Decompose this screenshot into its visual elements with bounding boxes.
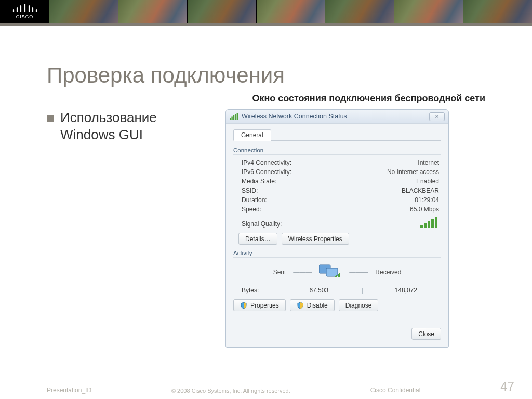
page-number: 47: [500, 379, 514, 394]
duration-value: 01:29:04: [415, 196, 439, 204]
bullet-icon: [47, 115, 54, 122]
sent-label: Sent: [273, 269, 286, 276]
slide-body: Проверка подключения Окно состояния подк…: [0, 26, 532, 399]
top-banner: CISCO: [0, 0, 532, 23]
shield-icon: [297, 302, 304, 309]
wireless-properties-button[interactable]: Wireless Properties: [282, 233, 349, 245]
monitors-icon: [319, 263, 342, 282]
bullet-text: Использование Windows GUI: [60, 109, 213, 143]
left-column: Использование Windows GUI: [47, 109, 213, 348]
disable-button[interactable]: Disable: [290, 299, 335, 311]
svg-rect-10: [233, 115, 234, 120]
ipv6-label: IPv6 Connectivity:: [242, 168, 291, 176]
svg-rect-7: [47, 115, 54, 122]
cisco-logo: CISCO: [0, 0, 49, 23]
slide-title: Проверка подключения: [47, 63, 490, 88]
ipv4-label: IPv4 Connectivity:: [242, 159, 291, 166]
svg-rect-17: [435, 217, 437, 228]
properties-button[interactable]: Properties: [233, 299, 286, 311]
section-activity: Activity: [233, 250, 441, 258]
dialog-title: Wireless Network Connection Status: [242, 113, 347, 120]
footer-left: Presentation_ID: [47, 387, 91, 394]
slide-footer: Presentation_ID © 2008 Cisco Systems, In…: [0, 379, 532, 394]
close-dialog-button[interactable]: Close: [411, 328, 441, 340]
dialog-titlebar[interactable]: Wireless Network Connection Status ✕: [226, 110, 448, 124]
svg-rect-14: [424, 223, 427, 228]
svg-rect-9: [231, 117, 232, 121]
bullet-item: Использование Windows GUI: [47, 109, 213, 143]
footer-copyright: © 2008 Cisco Systems, Inc. All rights re…: [171, 388, 290, 394]
ssid-value: BLACKBEAR: [402, 187, 439, 194]
svg-rect-15: [428, 221, 430, 228]
slide-subtitle: Окно состояния подключения беспроводной …: [47, 93, 485, 104]
media-label: Media State:: [242, 178, 276, 185]
bytes-received: 148,072: [373, 287, 440, 294]
bytes-label: Bytes:: [242, 287, 286, 294]
speed-label: Speed:: [242, 206, 261, 213]
duration-label: Duration:: [242, 196, 267, 204]
footer-confidential: Cisco Confidential: [370, 387, 421, 394]
svg-rect-22: [338, 274, 339, 277]
diagnose-button[interactable]: Diagnose: [339, 299, 379, 311]
speed-value: 65.0 Mbps: [410, 206, 439, 213]
right-column: Wireless Network Connection Status ✕ Gen…: [225, 109, 449, 348]
section-connection: Connection: [233, 147, 441, 155]
ipv6-value: No Internet access: [387, 168, 439, 176]
tab-strip: General: [233, 129, 441, 141]
svg-rect-8: [230, 118, 231, 120]
svg-rect-13: [420, 225, 423, 228]
media-value: Enabled: [416, 178, 439, 185]
svg-rect-11: [235, 114, 236, 121]
signal-bars-icon: [420, 216, 438, 228]
received-label: Received: [375, 269, 401, 276]
activity-diagram: Sent ——— ——— Received: [233, 263, 441, 282]
status-dialog: Wireless Network Connection Status ✕ Gen…: [225, 109, 449, 348]
shield-icon: [240, 302, 247, 309]
signal-label: Signal Quality:: [242, 220, 282, 228]
ipv4-value: Internet: [418, 159, 439, 166]
bytes-sent: 67,503: [286, 287, 352, 294]
svg-rect-12: [237, 113, 238, 120]
svg-rect-20: [335, 276, 336, 277]
details-button[interactable]: Details…: [238, 233, 277, 245]
ssid-label: SSID:: [242, 187, 258, 194]
banner-photos: [49, 0, 532, 23]
svg-rect-23: [339, 273, 340, 277]
svg-rect-21: [336, 275, 337, 277]
banner-separator: [0, 23, 532, 26]
tab-general[interactable]: General: [233, 129, 271, 141]
wifi-bars-icon: [230, 113, 238, 120]
cisco-bridge-icon: [12, 4, 38, 13]
close-icon: ✕: [435, 114, 439, 119]
brand-text: CISCO: [16, 14, 34, 19]
close-button[interactable]: ✕: [429, 112, 445, 121]
svg-rect-19: [326, 268, 338, 276]
svg-rect-16: [431, 219, 434, 228]
